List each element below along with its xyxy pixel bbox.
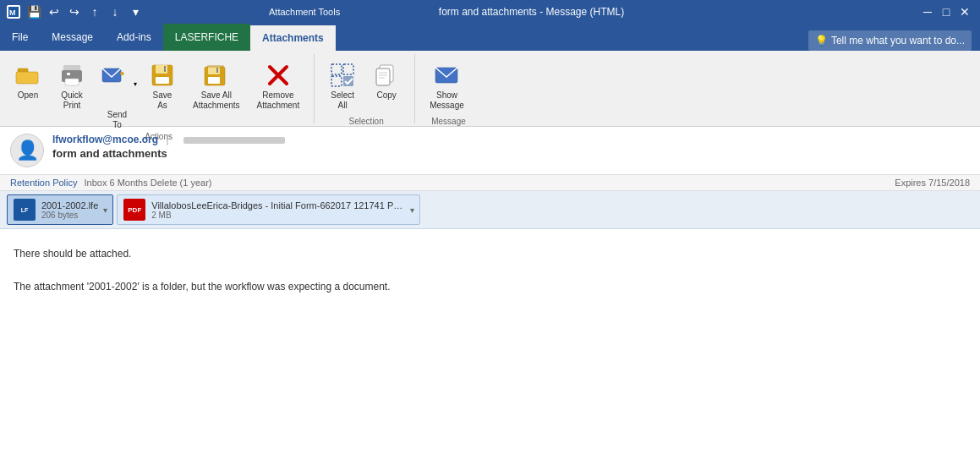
send-to-dropdown-button[interactable]: ▾ (132, 57, 140, 110)
separator: | (166, 134, 168, 145)
expires-label: Expires 7/15/2018 (895, 178, 970, 188)
quick-print-label: QuickPrint (61, 90, 83, 111)
inbox-label: Inbox 6 Months Delete (1 year) (85, 178, 212, 188)
email-from-line: lfworkflow@mcoe.org | (52, 134, 970, 145)
tab-message[interactable]: Message (40, 24, 105, 51)
save-all-button[interactable]: Save AllAttachments (185, 57, 248, 115)
svg-rect-21 (343, 64, 353, 74)
attachment-1-name: 2001-2002.lfe (41, 200, 98, 211)
ribbon-search[interactable]: 💡 Tell me what you want to do... (808, 30, 972, 51)
remove-attachment-button[interactable]: RemoveAttachment (249, 57, 308, 115)
email-subject: form and attachments (52, 147, 970, 160)
email-meta: lfworkflow@mcoe.org | form and attachmen… (52, 134, 970, 160)
actions-buttons: Open QuickPrint (3, 54, 310, 130)
ribbon-bar: Open QuickPrint (0, 51, 980, 127)
attachment-1-size: 206 bytes (41, 211, 98, 220)
quick-print-button[interactable]: QuickPrint (51, 57, 93, 115)
svg-rect-23 (343, 76, 353, 86)
tab-laserfiche[interactable]: LASERFICHE (163, 24, 250, 51)
app-icon: M (7, 5, 20, 19)
redo-tb-button[interactable]: ↪ (66, 3, 83, 20)
svg-rect-15 (208, 77, 220, 84)
save-all-label: Save AllAttachments (193, 90, 240, 111)
svg-rect-12 (164, 66, 166, 72)
svg-text:M: M (9, 8, 16, 17)
email-header: 👤 lfworkflow@mcoe.org | form and attachm… (0, 127, 980, 175)
attachment-1-info: 2001-2002.lfe 206 bytes (41, 200, 98, 220)
remove-label: RemoveAttachment (257, 90, 300, 111)
tab-addins[interactable]: Add-ins (105, 24, 163, 51)
ribbon-group-message: ShowMessage Message (415, 54, 479, 123)
tab-attachments[interactable]: Attachments (250, 24, 336, 51)
avatar: 👤 (10, 134, 44, 167)
title-bar-controls[interactable]: 💾 ↩ ↪ ↑ ↓ ▾ (25, 3, 144, 20)
select-icon (329, 62, 356, 89)
email-body: There should be attached. The attachment… (0, 229, 980, 312)
pdf-file-icon: PDF (123, 198, 146, 222)
send-icon (100, 62, 127, 89)
attachment-item-2[interactable]: PDF VillalobosLeeErica-Bridges - Initial… (117, 194, 420, 225)
undo-tb-button[interactable]: ↩ (46, 3, 63, 20)
send-to-split: ▾ (95, 57, 140, 110)
retention-bar: Retention Policy Inbox 6 Months Delete (… (0, 175, 980, 191)
email-to-redacted (183, 137, 285, 144)
message-buttons: ShowMessage (419, 54, 475, 115)
show-message-icon (433, 62, 460, 89)
copy-label: Copy (377, 90, 397, 101)
ribbon-group-selection: SelectAll Copy Selection (315, 54, 415, 123)
svg-rect-20 (331, 64, 342, 74)
svg-rect-6 (65, 79, 79, 85)
attachment-2-size: 2 MB (151, 211, 405, 220)
window-controls[interactable]: ─ □ ✕ (919, 3, 973, 20)
save-all-icon (203, 62, 230, 89)
attachment-item-1[interactable]: LF 2001-2002.lfe 206 bytes ▾ (7, 194, 113, 225)
svg-rect-22 (331, 76, 342, 86)
retention-policy-link[interactable]: Retention Policy (10, 178, 78, 188)
show-message-label: ShowMessage (430, 90, 464, 111)
attachment-2-name: VillalobosLeeErica-Bridges - Initial For… (151, 200, 405, 211)
down-tb-button[interactable]: ↓ (107, 3, 123, 20)
minimize-button[interactable]: ─ (919, 3, 936, 20)
open-button[interactable]: Open (7, 57, 49, 105)
save-as-icon (149, 62, 176, 89)
window-title: form and attachments - Message (HTML) (439, 6, 624, 18)
svg-rect-7 (67, 73, 70, 75)
restore-button[interactable]: □ (938, 3, 955, 20)
email-from: lfworkflow@mcoe.org (52, 134, 158, 145)
attachment-2-dropdown[interactable]: ▾ (410, 205, 414, 215)
lightbulb-icon: 💡 (815, 35, 828, 46)
copy-button[interactable]: Copy (365, 57, 408, 105)
svg-rect-3 (16, 72, 38, 84)
open-label: Open (18, 90, 38, 101)
title-bar: M 💾 ↩ ↪ ↑ ↓ ▾ Attachment Tools form and … (0, 0, 980, 24)
selection-buttons: SelectAll Copy (318, 54, 411, 115)
ribbon-tabs: File Message Add-ins LASERFICHE Attachme… (0, 24, 980, 51)
open-icon (14, 62, 41, 89)
attachment-tools-context: Attachment Tools (260, 0, 348, 24)
up-tb-button[interactable]: ↑ (86, 3, 103, 20)
show-message-button[interactable]: ShowMessage (422, 57, 472, 115)
body-line-1: There should be attached. (14, 246, 966, 262)
send-to-button[interactable] (95, 57, 132, 110)
svg-rect-17 (207, 65, 224, 68)
print-icon (58, 62, 85, 89)
attachments-bar: LF 2001-2002.lfe 206 bytes ▾ PDF Villalo… (0, 191, 980, 229)
message-group-label: Message (419, 115, 475, 128)
svg-rect-11 (156, 77, 169, 84)
save-as-button[interactable]: SaveAs (141, 57, 183, 115)
save-tb-button[interactable]: 💾 (25, 3, 42, 20)
tab-file[interactable]: File (0, 24, 40, 51)
selection-group-label: Selection (318, 115, 411, 128)
svg-rect-25 (376, 68, 390, 85)
close-button[interactable]: ✕ (956, 3, 973, 20)
select-all-button[interactable]: SelectAll (321, 57, 364, 115)
select-all-label: SelectAll (331, 90, 354, 111)
ribbon-group-actions: Open QuickPrint (0, 54, 315, 123)
send-to-label: SendTo (107, 110, 127, 130)
attachment-1-dropdown[interactable]: ▾ (103, 205, 107, 215)
send-to-container: ▾ SendTo (95, 57, 140, 130)
more-tb-button[interactable]: ▾ (127, 3, 144, 20)
lfe-icon: LF (13, 198, 36, 222)
person-icon: 👤 (16, 140, 39, 161)
svg-rect-16 (216, 68, 218, 73)
